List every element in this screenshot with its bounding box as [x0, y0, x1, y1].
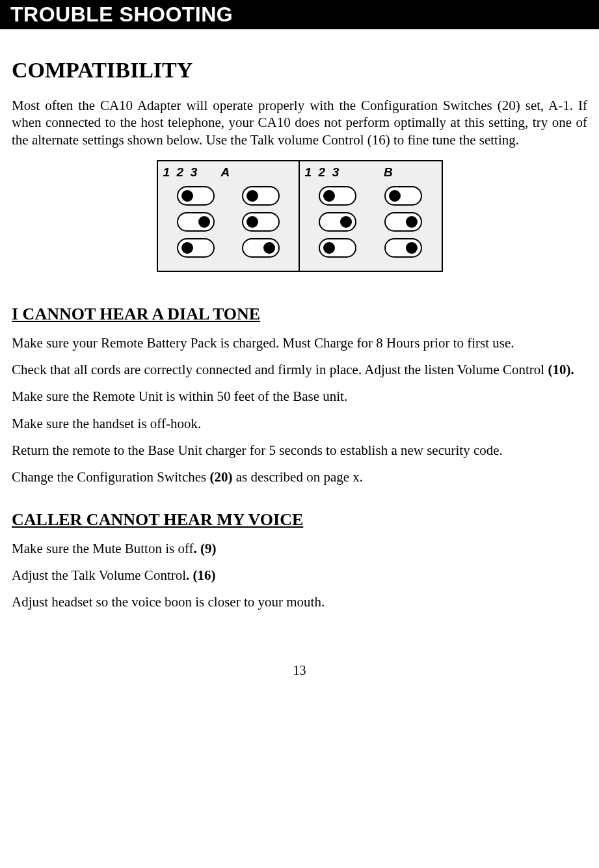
body-line: Check that all cords are correctly conne…: [12, 361, 587, 379]
switch-dot-icon: [323, 242, 335, 254]
switch-dot-icon: [406, 216, 418, 228]
switch-row: [305, 238, 436, 258]
switch-row: [163, 212, 293, 232]
switch-slot: [177, 212, 215, 232]
switch-dot-icon: [181, 190, 193, 202]
body-line: Return the remote to the Base Unit charg…: [12, 442, 587, 459]
switch-slot: [384, 212, 422, 232]
switch-panel-a: 1 2 3 A: [158, 161, 300, 271]
switch-row: [305, 212, 436, 232]
switch-slot: [242, 212, 280, 232]
body-line: Adjust headset so the voice boon is clos…: [12, 593, 587, 611]
bold-ref: (20): [209, 469, 232, 485]
content-area: COMPATIBILITY Most often the CA10 Adapte…: [0, 58, 599, 611]
switch-diagram: 1 2 3 A 1 2 3 B: [12, 160, 587, 272]
panel-b-labels: 1 2 3 B: [305, 165, 436, 180]
body-line: Make sure the Remote Unit is within 50 f…: [12, 388, 587, 405]
subheading-voice: CALLER CANNOT HEAR MY VOICE: [12, 510, 587, 530]
switch-slot: [177, 186, 215, 206]
switch-dot-icon: [406, 242, 418, 254]
intro-paragraph: Most often the CA10 Adapter will operate…: [12, 97, 587, 148]
switch-panel-b: 1 2 3 B: [300, 161, 442, 271]
bold-ref: . (9): [194, 541, 217, 556]
panel-a-labels: 1 2 3 A: [163, 165, 293, 180]
panel-a-rows: [163, 186, 293, 258]
bold-ref: . (16): [186, 567, 216, 583]
voice-body: Make sure the Mute Button is off. (9)Adj…: [12, 540, 587, 612]
switch-slot: [384, 186, 422, 206]
switch-dot-icon: [340, 216, 352, 228]
switch-slot: [319, 186, 356, 206]
switch-dot-icon: [198, 216, 210, 228]
switch-dot-icon: [246, 216, 258, 228]
page-number: 13: [0, 663, 599, 691]
panel-b-rows: [305, 186, 436, 258]
switch-dot-icon: [389, 190, 401, 202]
switch-dot-icon: [181, 242, 193, 254]
switch-row: [163, 238, 293, 258]
bold-ref: (10).: [548, 362, 574, 377]
switch-slot: [242, 238, 280, 258]
switch-dot-icon: [323, 190, 335, 202]
switch-slot: [384, 238, 422, 258]
body-line: Make sure your Remote Battery Pack is ch…: [12, 334, 587, 352]
switch-slot: [319, 212, 356, 232]
switch-slot: [242, 186, 280, 206]
body-line: Change the Configuration Switches (20) a…: [12, 468, 587, 486]
section-title: COMPATIBILITY: [12, 58, 587, 83]
switch-slot: [319, 238, 356, 258]
switch-dot-icon: [246, 190, 258, 202]
body-line: Make sure the Mute Button is off. (9): [12, 540, 587, 558]
switch-slot: [177, 238, 215, 258]
body-line: Make sure the handset is off-hook.: [12, 415, 587, 433]
switch-row: [163, 186, 293, 206]
dial-tone-body: Make sure your Remote Battery Pack is ch…: [12, 334, 587, 487]
switch-row: [305, 186, 436, 206]
subheading-dial-tone: I CANNOT HEAR A DIAL TONE: [12, 305, 587, 324]
switch-dot-icon: [263, 242, 275, 254]
header-bar: TROUBLE SHOOTING: [0, 0, 599, 29]
body-line: Adjust the Talk Volume Control. (16): [12, 567, 587, 584]
